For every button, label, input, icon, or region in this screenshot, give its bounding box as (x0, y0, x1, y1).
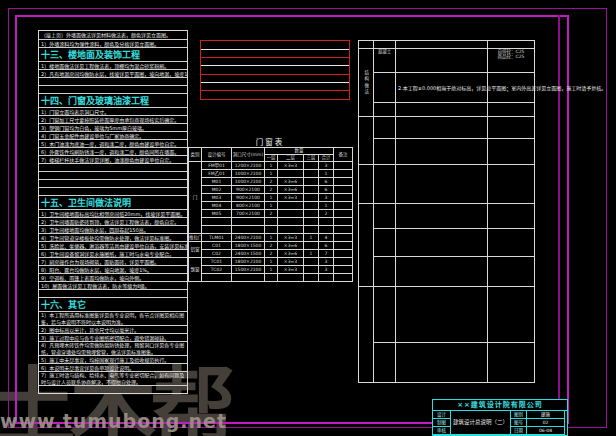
rt-group-cell (359, 165, 374, 204)
dw-cell: M01 (202, 178, 232, 186)
dw-row: M05700×210022 (189, 210, 353, 218)
dw-cell: 2 (265, 210, 278, 218)
dw-row: 飘窗TC011800×21001×3=33 (189, 258, 353, 266)
rt-header-row (359, 41, 535, 49)
notes-line: 1）门窗立面均表示洞口尺寸。 (39, 107, 187, 115)
dw-cell (334, 194, 353, 202)
dw-cell: 3 (319, 162, 334, 170)
dw-header-cell: 数量 (265, 148, 334, 155)
rt-cell (488, 103, 535, 117)
dw-subheader-cell: 三层 (304, 155, 319, 162)
dw-header-row: 类别设计编号洞口尺寸(mm)数量备注 (189, 148, 353, 155)
dw-cell: 1 (319, 170, 334, 178)
dw-cell (304, 226, 319, 234)
rt-row (359, 229, 535, 257)
rt-group-cell (359, 204, 374, 287)
notes-line: 6）卫生间设备留洞详见水施图纸，施工时与水电专业配合。 (39, 249, 187, 257)
dw-cell: 900×2100 (232, 194, 265, 202)
rt-row (359, 343, 535, 383)
dw-cell: M05 (202, 210, 232, 218)
dw-row (189, 218, 353, 226)
notes-line: 1）外墙涂料均为弹性涂料，颜色及分格详见立面图。 (39, 39, 187, 47)
dw-cell: TLM01 (202, 234, 232, 242)
dw-cell: FM甲01 (202, 162, 232, 170)
dw-cell: 1 (304, 234, 319, 242)
dw-group-label: 推拉门 (189, 234, 202, 242)
rt-row: 结构做法混凝土自拌砼：C25 商品砼：C25 (359, 49, 535, 73)
dw-header-cell: 洞口尺寸(mm) (232, 148, 265, 162)
dw-cell: 1800×1500 (232, 242, 265, 250)
notes-line: 9）空调板、雨篷上表面均做防水，坡向外侧。 (39, 273, 187, 281)
title-block-left-label: 制图 (433, 419, 451, 427)
overflow-note-text: 2.本工程±0.000相当于绝对标高，详见总平面图；室内外高差详见立面图，施工时… (398, 84, 616, 91)
rt-cell (488, 257, 535, 287)
dw-row: 门FM甲011200×21001×3=33 (189, 162, 353, 170)
dw-subheader-cell: 二层 (278, 155, 304, 162)
dw-cell: C01 (202, 242, 232, 250)
notes-line: 6）外露铁件均刷防锈漆一度，调和漆二度，颜色同所在墙面。 (39, 147, 187, 155)
dw-cell: ×3=6 (278, 250, 304, 258)
notes-line: 7）楼梯栏杆扶手做法详见详图，油漆颜色由建设单位自定。 (39, 155, 187, 163)
notes-line: 3）卫生间楼地面均做防水层，四周卷起150高。 (39, 225, 187, 233)
rt-header-cell (359, 41, 374, 49)
dw-cell: 1500×2100 (232, 266, 265, 274)
dw-row (189, 274, 353, 282)
dw-cell (265, 274, 278, 282)
dw-cell (319, 226, 334, 234)
dw-cell: 2 (265, 178, 278, 186)
dw-cell (278, 274, 304, 282)
title-block-right-value: 06-08 (527, 427, 565, 435)
rt-header-cell (396, 41, 488, 49)
dw-cell (334, 218, 353, 226)
rt-cell (488, 117, 535, 139)
dw-cell: 1 (265, 266, 278, 274)
ruled-line (201, 65, 349, 66)
notes-section-header: 十六、其它 (39, 297, 187, 311)
dw-cell: ×3=3 (278, 194, 304, 202)
watermark-site-text: www.tumubong.net (0, 410, 227, 432)
rt-cell: 混凝土 (374, 49, 396, 73)
dw-row: 铝窗C011800×15002×3=66 (189, 242, 353, 250)
rt-header-cell (374, 41, 396, 49)
dw-cell: M04 (202, 202, 232, 210)
dw-cell: 1 (265, 194, 278, 202)
dw-cell: 6 (319, 242, 334, 250)
notes-empty-row (39, 187, 187, 195)
rt-cell: 自拌砼：C25 商品砼：C25 (488, 49, 535, 73)
dw-cell: ×3=6 (278, 242, 304, 250)
title-block-right-value: 建施 (527, 411, 565, 419)
rt-cell (396, 257, 488, 287)
rt-group-cell: 结构做法 (359, 49, 374, 117)
dw-group-label: 飘窗 (189, 258, 202, 282)
notes-line: 4）凡预埋木砖铁件均需做防腐防锈处理，预留洞口详见各专业图纸，管道穿墙处均需预埋… (39, 341, 187, 355)
dw-header-cell: 类别 (189, 148, 202, 162)
dw-cell: 1800×2100 (232, 258, 265, 266)
rt-cell (396, 343, 488, 383)
rt-cell (374, 139, 396, 165)
dw-cell (304, 194, 319, 202)
rt-cell (374, 204, 396, 229)
dw-cell: 2400×1500 (232, 250, 265, 258)
dw-cell (304, 242, 319, 250)
dw-cell: 1 (265, 170, 278, 178)
dw-cell: 1000×2100 (232, 178, 265, 186)
dw-cell (334, 234, 353, 242)
rt-cell (396, 287, 488, 343)
dw-cell (304, 210, 319, 218)
dw-cell (334, 162, 353, 170)
rt-row (359, 117, 535, 139)
rt-cell (374, 257, 396, 287)
dw-row: M03900×21001×3=33 (189, 194, 353, 202)
dw-group-label: 门 (189, 162, 202, 234)
door-window-table: 类别设计编号洞口尺寸(mm)数量备注一层二层三层合计门FM甲011200×210… (188, 147, 353, 282)
dw-cell: 6 (319, 186, 334, 194)
dw-cell (334, 266, 353, 274)
ruled-line (201, 74, 349, 75)
dw-cell: 2 (265, 250, 278, 258)
dw-cell: 2 (265, 242, 278, 250)
dw-cell (304, 178, 319, 186)
dw-cell (278, 210, 304, 218)
dw-row (189, 226, 353, 234)
dw-cell (278, 170, 304, 178)
door-window-schedule-title: 门窗表 (188, 138, 352, 147)
